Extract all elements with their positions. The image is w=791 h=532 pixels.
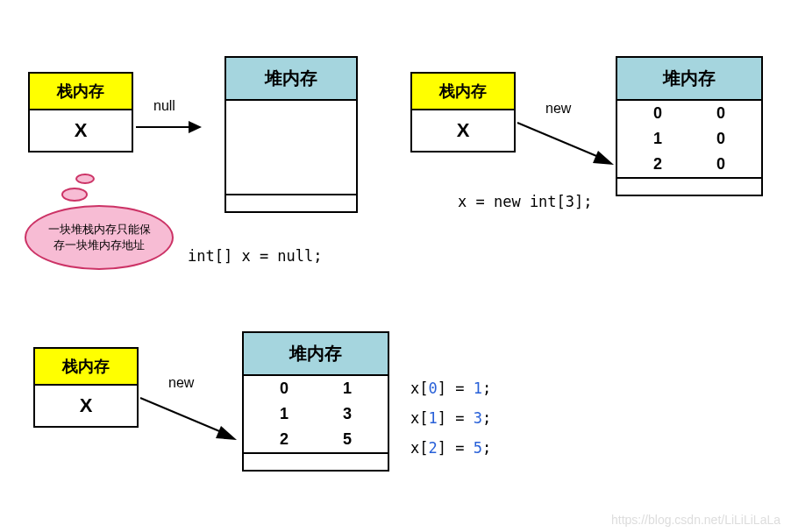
code-int-decl: int[] x = null; (188, 247, 323, 265)
stack-value: X (35, 386, 137, 426)
heap-header: 堆内存 (226, 58, 356, 101)
stack-header: 栈内存 (35, 349, 137, 386)
svg-marker-5 (216, 426, 237, 440)
note-line2: 存一块堆内存地址 (30, 238, 168, 253)
watermark: https://blog.csdn.net/LiLiLiLaLa (611, 513, 780, 527)
heap-value: 1 (343, 379, 352, 398)
code-new-stmt: x = new int[3]; (458, 193, 593, 210)
note-ellipse: 一块堆栈内存只能保 存一块堆内存地址 (25, 205, 174, 270)
code-assign-1: x[1] = 3; (410, 409, 491, 427)
heap-box-1: 堆内存 (224, 56, 358, 213)
stack-box-1: 栈内存 X (28, 72, 133, 153)
heap-index: 1 (280, 405, 289, 423)
stack-header: 栈内存 (412, 74, 514, 110)
heap-value: 0 (716, 155, 725, 174)
arrow-new-1-label: new (545, 101, 571, 117)
heap-header: 堆内存 (617, 58, 761, 101)
svg-marker-3 (593, 151, 614, 165)
table-row: 1 0 (617, 126, 761, 152)
heap-box-2: 堆内存 0 0 1 0 2 0 (616, 56, 763, 196)
thought-bubble-mid (61, 188, 88, 202)
heap-box-3: 堆内存 0 1 1 3 2 5 (242, 331, 389, 472)
code-assign-0: x[0] = 1; (410, 379, 491, 397)
heap-value: 5 (343, 430, 352, 449)
arrow-new-2-label: new (168, 375, 194, 391)
stack-value: X (30, 110, 132, 151)
arrow-null-label: null (153, 98, 175, 114)
stack-value: X (412, 110, 514, 151)
stack-header: 栈内存 (30, 74, 132, 110)
heap-value: 0 (716, 130, 725, 148)
heap-index: 2 (280, 430, 289, 449)
heap-index: 1 (653, 130, 662, 148)
code-assign-2: x[2] = 5; (410, 439, 491, 457)
heap-index: 0 (653, 104, 662, 123)
arrow-null (136, 114, 206, 140)
heap-value: 3 (343, 405, 352, 423)
table-row: 2 5 (244, 427, 388, 452)
arrow-new-1 (517, 114, 623, 175)
table-row: 0 0 (617, 101, 761, 126)
thought-bubble-small (75, 174, 95, 184)
heap-index: 2 (653, 155, 662, 174)
stack-box-2: 栈内存 X (410, 72, 516, 153)
stack-box-3: 栈内存 X (33, 347, 139, 428)
svg-line-4 (140, 398, 224, 433)
heap-value: 0 (716, 104, 725, 123)
table-row: 2 0 (617, 152, 761, 177)
heap-header: 堆内存 (244, 333, 388, 376)
svg-line-2 (517, 123, 601, 158)
table-row: 1 3 (244, 401, 388, 427)
svg-marker-1 (189, 121, 202, 133)
heap-index: 0 (280, 379, 289, 398)
note-line1: 一块堆栈内存只能保 (30, 222, 168, 238)
table-row: 0 1 (244, 376, 388, 401)
arrow-new-2 (140, 389, 246, 450)
